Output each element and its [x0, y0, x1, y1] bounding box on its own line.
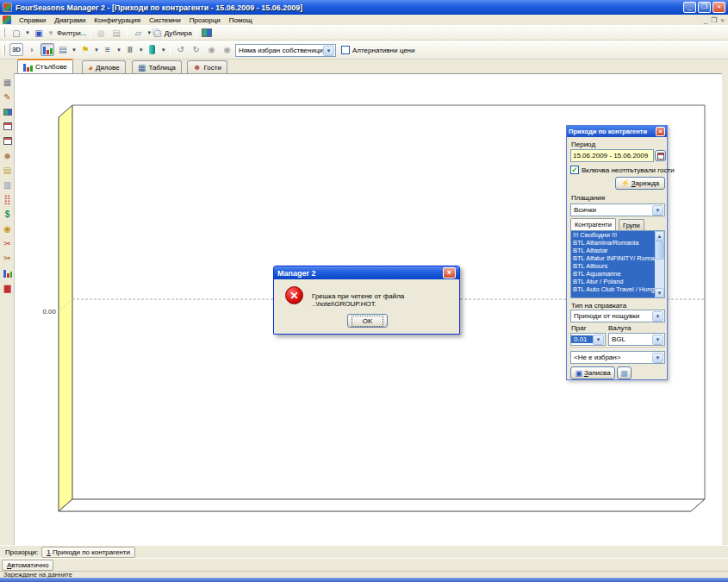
filter-button[interactable]: ▼ Филтри... [47, 27, 86, 40]
hotel-icon[interactable]: ▥ [2, 179, 13, 191]
menu-diagrami[interactable]: Диаграми [50, 16, 90, 24]
shape-mode-button[interactable]: ◗ [25, 43, 39, 56]
list-item[interactable]: BTL Alltours [571, 262, 655, 270]
close-button[interactable]: × [712, 2, 725, 13]
calendar-next-icon[interactable] [2, 135, 13, 147]
copy-dropdown-icon[interactable]: ▼ [146, 30, 152, 35]
list-item[interactable]: !!! Свободни !!! [571, 231, 655, 239]
print-button[interactable]: ▤ [109, 27, 123, 40]
grid-view-button[interactable]: ▦ [617, 366, 632, 379]
chevron-down-icon[interactable]: ▼ [652, 205, 663, 216]
threed-toggle-button[interactable]: 3D [9, 43, 23, 56]
perspective-button[interactable]: ◉ [205, 43, 219, 56]
save-button[interactable]: ▣ [32, 27, 46, 40]
window-list-button[interactable]: 1 Приходи по контрагенти [41, 547, 135, 558]
automatic-button[interactable]: Автоматично [2, 560, 53, 571]
color-chart-button[interactable] [200, 27, 214, 40]
chevron-down-icon[interactable]: ▼ [652, 311, 663, 322]
tab-dyalove[interactable]: ◕ Дялове [82, 60, 126, 73]
folder-icon[interactable]: ▤ [2, 165, 13, 176]
chevron-down-icon[interactable]: ▼ [323, 46, 334, 56]
threshold-combobox[interactable]: 0.01 ▼ [570, 333, 606, 346]
print-preview-button[interactable]: ◎ [94, 27, 108, 40]
list-item[interactable]: BTL Alfamina/Romania [571, 239, 655, 247]
calendar-icon[interactable] [2, 121, 13, 132]
chevron-down-icon[interactable]: ▼ [652, 335, 663, 345]
horizontal-grid-dropdown-icon[interactable]: ▼ [116, 47, 121, 53]
guests-list-icon[interactable]: ☻ [2, 150, 13, 161]
labels-dropdown-icon[interactable]: ▼ [94, 47, 99, 53]
dialog-titlebar[interactable]: Manager 2 × [274, 266, 459, 279]
tab-gosti[interactable]: ☻ Гости [187, 60, 227, 73]
ok-button[interactable]: OK [347, 314, 388, 328]
cylinder-style-button[interactable] [146, 43, 159, 56]
minimize-button[interactable]: _ [683, 2, 696, 13]
list-item[interactable]: BTL Alfastar [571, 247, 655, 254]
legend-button[interactable]: ▤ [56, 43, 70, 56]
legend-dropdown-icon[interactable]: ▼ [72, 47, 77, 53]
cut-option-icon[interactable]: ✂ [2, 253, 13, 264]
vertical-grid-dropdown-icon[interactable]: ▼ [139, 47, 144, 53]
red-chart-icon[interactable]: ▆ [2, 282, 13, 293]
tab-stalbove[interactable]: Стълбове [17, 59, 73, 73]
load-button[interactable]: ⚡ Зарежда [615, 177, 665, 190]
coins-icon[interactable]: ◉ [2, 223, 13, 235]
panel-close-icon[interactable]: × [656, 127, 665, 136]
chart-report-icon[interactable] [2, 267, 13, 278]
restore-button[interactable]: ❐ [698, 2, 711, 13]
rooms-grid-icon[interactable]: ▦ [2, 77, 13, 88]
horizontal-grid-button[interactable]: ≡ [101, 43, 115, 56]
cut-reservation-icon[interactable]: ✂ [2, 238, 13, 249]
mdi-restore-icon[interactable]: ❐ [711, 16, 717, 24]
list-scrollbar[interactable]: ▲ ▼ [655, 231, 664, 297]
tab-contragents[interactable]: Контрагенти [570, 218, 616, 230]
list-item-partial[interactable] [571, 293, 655, 297]
mdi-minimize-icon[interactable]: _ [704, 16, 707, 24]
new-report-button[interactable]: ▢ [9, 27, 23, 40]
dollar-icon[interactable]: $ [2, 209, 13, 220]
payments-combobox[interactable]: Всички ▼ [570, 203, 665, 216]
copy-button[interactable]: ▱ [131, 27, 145, 40]
cylinder-dropdown-icon[interactable]: ▼ [161, 47, 166, 53]
list-item[interactable]: BTL Atur / Poland [571, 278, 655, 285]
menu-sistemni[interactable]: Системни [145, 16, 185, 24]
chevron-down-icon[interactable]: ▼ [652, 353, 663, 363]
list-item[interactable]: BTL Aquamarine [571, 270, 655, 278]
dialog-close-icon[interactable]: × [443, 267, 456, 278]
vertical-grid-button[interactable]: Ⅲ [123, 43, 137, 56]
depth-button[interactable]: ◉ [221, 43, 234, 56]
list-item[interactable]: BTL Auto Club Travel / Hunga [571, 285, 655, 293]
menu-konfiguracia[interactable]: Конфигурация [90, 16, 145, 24]
alt-prices-checkbox[interactable] [341, 46, 350, 54]
list-item[interactable]: BTL Alfatur INFINITY/ Romani [571, 254, 655, 262]
occupancy-grid-icon[interactable]: ⣿ [2, 194, 13, 205]
menu-spravki[interactable]: Справки [15, 16, 50, 24]
tab-groups[interactable]: Групи [619, 219, 644, 230]
tab-tablica[interactable]: ▦ Таблица [132, 60, 182, 73]
labels-button[interactable]: ⚑ [78, 43, 92, 56]
save-report-button[interactable]: ▣ Записва [570, 366, 615, 379]
period-input[interactable]: 15.06.2009 - 15.06.2009 [570, 149, 654, 162]
calendar-picker-button[interactable] [655, 150, 666, 161]
mdi-close-icon[interactable]: × [720, 16, 725, 24]
currency-combobox[interactable]: BGL ▼ [608, 333, 665, 346]
scroll-up-icon[interactable]: ▲ [655, 231, 664, 241]
report-edit-icon[interactable]: ✎ [2, 91, 13, 103]
menu-pomosht[interactable]: Помощ [225, 16, 257, 24]
chart-flag-icon[interactable] [2, 106, 13, 117]
toolbar-grip[interactable] [3, 45, 5, 55]
toolbar-grip[interactable] [3, 28, 5, 38]
chevron-down-icon[interactable]: ▼ [593, 335, 604, 345]
company-combobox[interactable]: <Не е избран> ▼ [570, 351, 665, 364]
menu-prozorci[interactable]: Прозорци [185, 16, 225, 24]
new-report-dropdown-icon[interactable]: ▼ [25, 30, 30, 35]
report-type-combobox[interactable]: Приходи от нощувки ▼ [570, 310, 665, 322]
rotate-right-button[interactable]: ↻ [190, 43, 203, 56]
panel-titlebar[interactable]: Приходи по контрагенти × [567, 126, 667, 137]
include-guests-checkbox[interactable]: ✓ [570, 166, 579, 174]
duplicate-button[interactable]: ▢ Дублира [153, 27, 191, 40]
scroll-down-icon[interactable]: ▼ [655, 288, 664, 297]
owner-combobox[interactable]: Няма избран собственици ▼ [235, 44, 336, 57]
rotate-left-button[interactable]: ↺ [174, 43, 188, 56]
scroll-thumb[interactable] [655, 241, 664, 260]
